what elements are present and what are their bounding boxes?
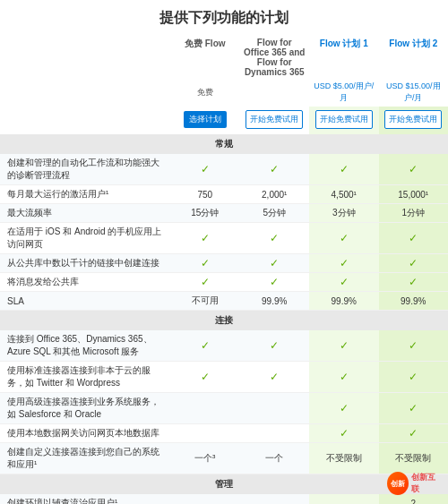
section-header-0: 常规 — [0, 134, 448, 154]
logo-watermark: 创新 创新互联 — [387, 470, 441, 497]
flow1-cell: ✓ — [309, 393, 379, 424]
value-cell: 一个 — [265, 453, 283, 463]
flow2-cell: ✓ — [379, 223, 449, 254]
free-cell: ✓ — [170, 154, 240, 185]
free-cell: 不可用 — [170, 292, 240, 311]
flow1-cell: ✓ — [309, 273, 379, 292]
table-row: 将消息发给公共库 ✓ ✓ ✓ ✓ — [0, 273, 448, 292]
flow2-price-label: USD $15.00/用户/月 — [379, 81, 449, 107]
flow2-cell: ✓ — [379, 393, 449, 424]
col-office365: Flow for Office 365 and Flow for Dynamic… — [240, 35, 310, 81]
flow1-cell: ✓ — [309, 223, 379, 254]
section-header-2: 管理 — [0, 474, 448, 495]
section-label-2: 管理 — [0, 474, 448, 495]
o365-cell — [240, 494, 310, 504]
col-flow1: Flow 计划 1 — [309, 35, 379, 81]
select-plan-button[interactable]: 选择计划 — [184, 111, 227, 128]
table-row: 每月最大运行的激活用户¹ 750 2,000¹ 4,500¹ 15,000¹ — [0, 185, 448, 204]
free-cell: 750 — [170, 185, 240, 204]
table-row: 连接到 Office 365、Dynamics 365、Azure SQL 和其… — [0, 330, 448, 362]
flow2-cell: ✓ — [379, 362, 449, 393]
value-cell: 99.9% — [332, 296, 357, 306]
check-icon: ✓ — [201, 371, 210, 383]
check-icon: ✓ — [340, 427, 349, 440]
check-icon: ✓ — [201, 232, 210, 244]
free-cell: ✓ — [170, 362, 240, 393]
value-cell: 1分钟 — [401, 208, 425, 218]
free-cell: ✓ — [170, 254, 240, 273]
feature-label: 从公共库中数以千计的链接中创建连接 — [0, 254, 170, 273]
table-row: 使用标准连接器连接到非本于云的服务，如 Twitter 和 Wordpress … — [0, 362, 448, 393]
table-row: 创建和管理的自动化工作流和功能强大的诊断管理流程 ✓ ✓ ✓ ✓ — [0, 154, 448, 185]
value-cell: 15分钟 — [191, 208, 219, 218]
o365-cell: 5分钟 — [240, 204, 310, 223]
flow1-cell: 99.9% — [309, 292, 379, 311]
feature-label: 使用高级连接器连接到业务系统服务，如 Salesforce 和 Oracle — [0, 393, 170, 424]
value-cell: 5分钟 — [263, 208, 286, 218]
check-icon: ✓ — [201, 276, 210, 288]
col-flow2: Flow 计划 2 — [379, 35, 449, 81]
free-cell: ✓ — [170, 330, 240, 362]
flow1-btn-cell: 开始免费试用 — [309, 107, 379, 134]
check-icon: ✓ — [270, 371, 279, 383]
o365-cell: ✓ — [240, 154, 310, 185]
table-row: 使用本地数据网关访问网页本地数据库 ✓ ✓ — [0, 424, 448, 443]
free-cell: 一个³ — [170, 443, 240, 474]
check-icon: ✓ — [201, 163, 210, 175]
flow1-cell: 不受限制 — [309, 443, 379, 474]
o365-cell: ✓ — [240, 223, 310, 254]
feature-label: SLA — [0, 292, 170, 311]
flow2-cell: ✓ — [379, 273, 449, 292]
flow2-cell: ✓ — [379, 330, 449, 362]
table-row: 最大流频率 15分钟 5分钟 3分钟 1分钟 — [0, 204, 448, 223]
check-icon: ✓ — [270, 339, 279, 352]
feature-label: 使用标准连接器连接到非本于云的服务，如 Twitter 和 Wordpress — [0, 362, 170, 393]
o365-cell — [240, 424, 310, 443]
flow1-cell: ✓ — [309, 424, 379, 443]
value-cell: 15,000¹ — [398, 190, 428, 200]
check-icon: ✓ — [340, 402, 349, 414]
section-header-1: 连接 — [0, 311, 448, 331]
col-feature — [0, 35, 170, 81]
o365-trial-button[interactable]: 开始免费试用 — [246, 110, 303, 129]
feature-label: 使用本地数据网关访问网页本地数据库 — [0, 424, 170, 443]
check-icon: ✓ — [340, 257, 349, 269]
flow2-cell: ✓ — [379, 154, 449, 185]
flow2-trial-button[interactable]: 开始免费试用 — [384, 110, 442, 129]
flow1-trial-button[interactable]: 开始免费试用 — [315, 110, 373, 129]
feature-label: 将消息发给公共库 — [0, 273, 170, 292]
flow2-cell: 99.9% — [379, 292, 449, 311]
table-row: 创建环境以辅查流治应用户¹ 2 — [0, 494, 448, 504]
flow2-cell: 15,000¹ — [379, 185, 449, 204]
section-label-0: 常规 — [0, 134, 448, 154]
section-label-1: 连接 — [0, 311, 448, 331]
flow1-price-label: USD $5.00/用户/月 — [309, 81, 379, 107]
value-cell: 2 — [410, 499, 416, 505]
flow1-cell: 4,500¹ — [309, 185, 379, 204]
feature-label: 每月最大运行的激活用户¹ — [0, 185, 170, 204]
check-icon: ✓ — [409, 232, 418, 244]
page-title: 提供下列功能的计划 — [0, 0, 448, 35]
value-cell: 不受限制 — [395, 453, 431, 463]
flow1-cell: ✓ — [309, 154, 379, 185]
feature-label: 连接到 Office 365、Dynamics 365、Azure SQL 和其… — [0, 330, 170, 362]
check-icon: ✓ — [270, 257, 279, 269]
check-icon: ✓ — [409, 371, 418, 383]
o365-cell: ✓ — [240, 273, 310, 292]
o365-cell: 2,000¹ — [240, 185, 310, 204]
check-icon: ✓ — [340, 339, 349, 352]
o365-cell: ✓ — [240, 362, 310, 393]
o365-cell: 99.9% — [240, 292, 310, 311]
check-icon: ✓ — [270, 163, 279, 175]
flow1-cell — [309, 494, 379, 504]
free-cell — [170, 424, 240, 443]
value-cell: 750 — [197, 190, 212, 200]
flow2-cell: ✓ — [379, 424, 449, 443]
logo-icon: 创新 — [387, 472, 409, 495]
value-cell: 不可用 — [192, 295, 219, 305]
check-icon: ✓ — [409, 276, 418, 288]
flow1-cell: 3分钟 — [309, 204, 379, 223]
value-cell: 不受限制 — [326, 453, 362, 463]
table-row: 创建自定义连接器连接到您自己的系统和应用¹ 一个³ 一个 不受限制 不受限制 — [0, 443, 448, 474]
o365-price-label — [240, 81, 310, 107]
